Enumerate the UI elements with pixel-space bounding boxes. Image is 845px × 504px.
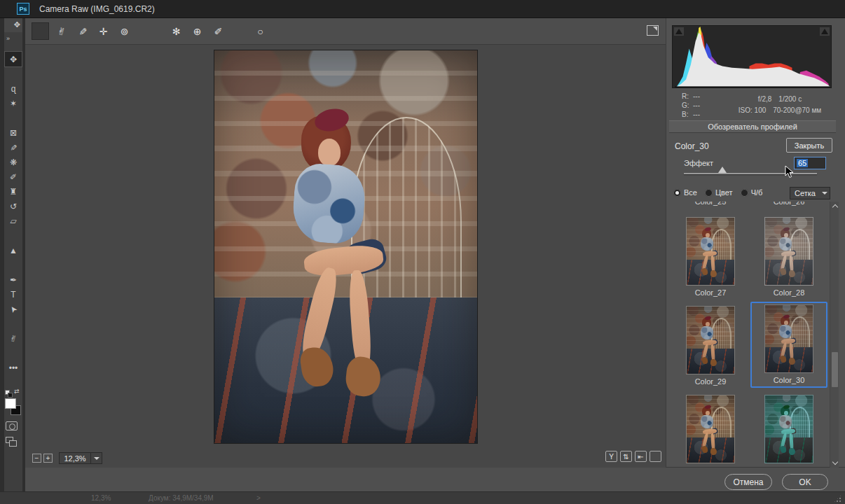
profile-thumbnail (764, 395, 813, 463)
profile-Color_28[interactable]: Color_28 (750, 213, 827, 299)
tool-blur[interactable]: ▲ (5, 243, 22, 258)
tool-red-eye[interactable]: ⊕ (189, 23, 205, 39)
tool-history-brush[interactable]: ↺ (5, 199, 22, 214)
profile-thumb-7[interactable] (750, 391, 827, 465)
tool-transform[interactable] (147, 23, 163, 39)
current-profile-name: Color_30 (675, 141, 709, 151)
effect-slider[interactable] (684, 173, 817, 174)
cancel-button[interactable]: Отмена (724, 474, 772, 490)
profile-label: Color_27 (695, 288, 727, 298)
tool-healing-brush[interactable]: ❋ (5, 155, 22, 169)
tool-preview-mode-y[interactable]: Y (605, 451, 617, 462)
quick-mask-button[interactable] (6, 421, 18, 430)
profile-Color_25[interactable]: Color_25 (672, 202, 749, 210)
photoshop-status-bar: 12,3% Докум: 34,9М/34,9М > (0, 491, 845, 504)
model-face (318, 139, 341, 166)
tool-adjustment-brush[interactable]: ✐ (210, 23, 226, 39)
effect-slider-thumb[interactable] (718, 167, 727, 173)
zoom-out-button[interactable]: − (32, 454, 41, 463)
shadow-clipping-toggle[interactable] (674, 27, 684, 36)
tool-targeted-adjustment[interactable]: ⊚ (116, 23, 132, 39)
tool-slice[interactable]: ⊠ (5, 125, 22, 140)
zoom-in-button[interactable]: + (43, 454, 53, 463)
highlight-clipping-toggle[interactable] (820, 27, 830, 36)
profile-browser-header: Обозреватель профилей (669, 120, 836, 133)
profile-Color_29[interactable]: Color_29 (672, 302, 749, 388)
scrollbar-thumb[interactable] (832, 352, 838, 387)
tool-spot-removal[interactable]: ✻ (168, 23, 184, 39)
rgb-readout: R:--- G:--- B:--- (682, 92, 713, 119)
tool-dodge[interactable] (5, 258, 22, 272)
tool-white-balance[interactable]: ✎ (74, 23, 90, 39)
tool-graduated-filter[interactable] (231, 23, 247, 39)
g-label: G: (682, 101, 693, 110)
color-sampler-icon: ✛ (99, 26, 108, 37)
scroll-up-arrow[interactable] (830, 203, 839, 211)
tool-path-selection[interactable]: ➤ (5, 302, 22, 316)
status-chevron: > (256, 494, 261, 502)
white-balance-icon: ✎ (76, 27, 88, 36)
tool-hand[interactable]: ✌ (53, 23, 69, 39)
preview-mode-y-icon: Y (609, 453, 614, 461)
effect-slider-label: Эффект (684, 159, 713, 167)
tool-hand[interactable]: ✌ (5, 331, 22, 346)
tool-brush[interactable]: ✐ (5, 169, 22, 184)
foreground-color-swatch[interactable] (5, 398, 16, 409)
status-zoom: 12,3% (91, 494, 111, 502)
profile-thumbnail (686, 395, 735, 463)
pen-icon: ✒ (10, 276, 17, 284)
effect-value-input[interactable]: 65 (794, 157, 826, 169)
brick-wall (214, 50, 477, 302)
tool-gradient[interactable] (5, 228, 22, 243)
profile-Color_27[interactable]: Color_27 (672, 213, 749, 299)
tool-zoom[interactable] (32, 23, 48, 39)
tool-crop[interactable] (5, 111, 22, 125)
profile-Color_26[interactable]: Color_26 (750, 202, 827, 210)
tool-rail-header[interactable]: ✥ (4, 18, 22, 32)
view-mode-dropdown[interactable]: Сетка (790, 187, 830, 200)
scroll-down-arrow[interactable] (830, 458, 839, 466)
swap-colors-icon[interactable]: ⇄ (14, 388, 20, 395)
tool-color-sampler[interactable]: ✛ (95, 23, 111, 39)
tool-shape[interactable] (5, 316, 22, 331)
close-profile-browser-button[interactable]: Закрыть (786, 138, 832, 153)
expand-toolbar-button[interactable]: » (6, 35, 9, 42)
hand-icon: ✌ (56, 24, 67, 37)
model-shirt (291, 162, 367, 245)
tool-clone-stamp[interactable]: ♜ (5, 184, 22, 199)
slice-icon: ⊠ (10, 129, 17, 137)
tool-preview-preferences[interactable] (650, 451, 661, 462)
tool-pen[interactable]: ✒ (5, 272, 22, 287)
photoshop-tool-rail: ✥ » ✥ɋ✶⊠✎❋✐♜↺▱▲✒T➤✌••• ⇄ (0, 18, 25, 491)
tool-more-options[interactable]: ••• (5, 360, 22, 375)
model-boot (344, 355, 382, 398)
window-resize-grip[interactable] (833, 494, 842, 503)
model-shorts (343, 237, 389, 277)
radio-label: Цвет (715, 188, 733, 197)
tool-rectangular-marquee[interactable] (5, 66, 22, 81)
tool-lasso[interactable]: ɋ (5, 81, 22, 96)
zoom-level-select[interactable]: 12,3% (59, 452, 102, 464)
tool-eraser[interactable]: ▱ (5, 214, 22, 228)
effect-value-text: 65 (797, 159, 808, 167)
tool-zoom[interactable] (5, 346, 22, 360)
tool-radial-filter[interactable]: ○ (252, 23, 268, 39)
radio-icon (741, 189, 748, 197)
iso-value: ISO: 100 (738, 106, 766, 114)
tool-type[interactable]: T (5, 287, 22, 302)
profile-thumb-6[interactable] (672, 391, 749, 465)
tool-move[interactable]: ✥ (5, 52, 22, 66)
profile-Color_30[interactable]: Color_30 (750, 302, 827, 388)
tool-cycle-settings[interactable]: ⇅ (620, 451, 632, 462)
tool-magic-wand[interactable]: ✶ (5, 96, 22, 111)
profile-label: Color_29 (695, 377, 727, 386)
filter-radio-Ч/б[interactable]: Ч/б (741, 188, 763, 197)
ok-button[interactable]: OK (782, 474, 828, 490)
filter-radio-Цвет[interactable]: Цвет (705, 188, 733, 197)
tool-eyedropper[interactable]: ✎ (5, 140, 22, 155)
profile-scrollbar[interactable] (830, 202, 839, 468)
fullscreen-toggle-button[interactable] (647, 25, 659, 36)
tool-restore-settings[interactable]: ⇤ (635, 451, 647, 462)
right-panel: R:--- G:--- B:--- f/2,81/200 с ISO: 1007… (666, 18, 845, 468)
filter-radio-Все[interactable]: Все (673, 188, 697, 197)
